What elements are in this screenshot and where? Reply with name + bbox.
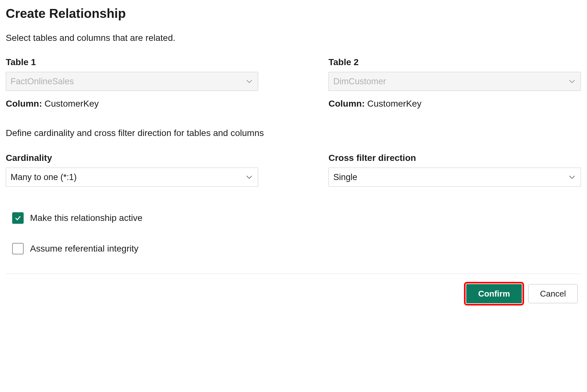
- table2-column-value: CustomerKey: [367, 99, 421, 109]
- tables-section: Table 1 FactOnlineSales Column: Customer…: [6, 57, 581, 109]
- table2-column-row: Column: CustomerKey: [328, 99, 581, 109]
- table2-group: Table 2 DimCustomer Column: CustomerKey: [328, 57, 581, 109]
- check-icon: [14, 215, 21, 222]
- cardinality-selected-value: Many to one (*:1): [11, 172, 77, 182]
- dialog-subtitle: Select tables and columns that are relat…: [6, 33, 581, 43]
- make-active-checkbox[interactable]: [12, 212, 24, 224]
- table2-label: Table 2: [328, 57, 581, 67]
- cardinality-group: Cardinality Many to one (*:1): [6, 153, 258, 194]
- table1-column-row: Column: CustomerKey: [6, 99, 258, 109]
- cardinality-section-subtitle: Define cardinality and cross filter dire…: [6, 128, 581, 138]
- cross-filter-label: Cross filter direction: [328, 153, 581, 163]
- table1-label: Table 1: [6, 57, 258, 67]
- cancel-button[interactable]: Cancel: [528, 284, 578, 303]
- confirm-button[interactable]: Confirm: [466, 284, 522, 303]
- cross-filter-dropdown[interactable]: Single: [328, 168, 581, 187]
- referential-integrity-label: Assume referential integrity: [30, 244, 138, 254]
- cross-filter-selected-value: Single: [333, 172, 357, 182]
- table2-selected-value: DimCustomer: [333, 77, 386, 87]
- table1-column-value: CustomerKey: [44, 99, 99, 109]
- referential-integrity-checkbox[interactable]: [12, 243, 24, 254]
- cardinality-label: Cardinality: [6, 153, 258, 163]
- cross-filter-group: Cross filter direction Single: [328, 153, 581, 194]
- chevron-down-icon: [246, 174, 252, 180]
- referential-integrity-checkbox-row[interactable]: Assume referential integrity: [12, 243, 581, 254]
- table1-selected-value: FactOnlineSales: [11, 77, 74, 87]
- dialog-footer: Confirm Cancel: [6, 274, 581, 313]
- table2-column-prefix: Column:: [328, 99, 367, 109]
- cardinality-dropdown[interactable]: Many to one (*:1): [6, 168, 258, 187]
- make-active-checkbox-row[interactable]: Make this relationship active: [12, 212, 581, 224]
- table1-dropdown[interactable]: FactOnlineSales: [6, 72, 258, 91]
- table1-column-prefix: Column:: [6, 99, 44, 109]
- chevron-down-icon: [569, 79, 575, 84]
- chevron-down-icon: [246, 79, 252, 84]
- dialog-title: Create Relationship: [6, 6, 581, 21]
- table2-dropdown[interactable]: DimCustomer: [328, 72, 581, 91]
- cardinality-section: Cardinality Many to one (*:1) Cross filt…: [6, 153, 581, 194]
- create-relationship-dialog: Create Relationship Select tables and co…: [6, 6, 581, 313]
- make-active-label: Make this relationship active: [30, 213, 143, 223]
- chevron-down-icon: [569, 174, 575, 180]
- table1-group: Table 1 FactOnlineSales Column: Customer…: [6, 57, 258, 109]
